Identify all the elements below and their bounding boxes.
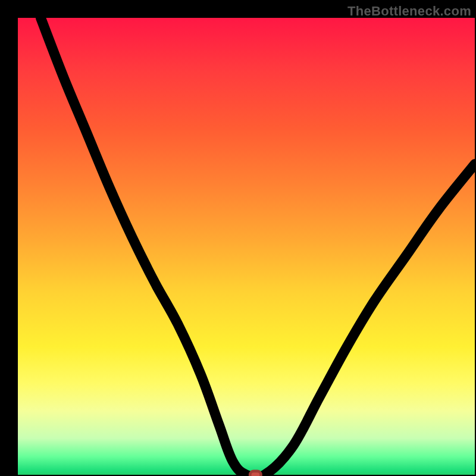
optimal-marker <box>250 471 261 476</box>
watermark-text: TheBottleneck.com <box>347 4 471 19</box>
curve-svg <box>18 18 475 475</box>
bottleneck-curve <box>40 18 475 476</box>
chart-container: TheBottleneck.com <box>0 0 476 476</box>
plot-area <box>18 18 475 475</box>
